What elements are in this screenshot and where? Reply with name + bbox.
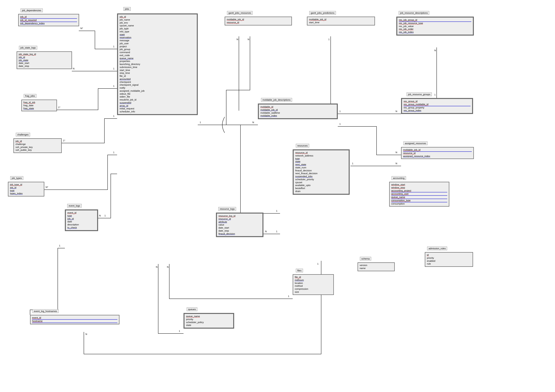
field: job_name	[120, 18, 195, 21]
field: job_dependency_index	[20, 22, 77, 25]
field: job_user	[120, 42, 195, 45]
field: network_address	[295, 154, 347, 157]
field: state	[186, 324, 232, 327]
cardinality: 1	[113, 67, 114, 70]
field: type	[10, 189, 42, 192]
field: job_id	[10, 186, 42, 189]
field: besteffort	[295, 187, 347, 190]
entity-schema: version name	[358, 262, 395, 271]
field: consumption_type	[391, 199, 447, 202]
field: reservation	[120, 36, 195, 39]
entity-job_dependencies: job_id job_id_required job_dependency_in…	[18, 14, 79, 26]
field: date_start	[219, 226, 261, 229]
entity-job_types: job_type_id job_id type types_index	[8, 182, 44, 196]
field: info_type	[120, 30, 195, 33]
field: moldable_job_id	[227, 18, 290, 21]
entity-assigned_resources: moldable_job_id resource_id assigned_res…	[401, 147, 474, 159]
field: event_id	[32, 316, 117, 320]
field: job_id	[67, 217, 95, 220]
field: resource_id	[295, 151, 347, 154]
entity-title-admission_rules: admission_rules	[427, 247, 447, 250]
field: priority	[186, 318, 232, 321]
field: date_stop	[219, 229, 261, 232]
field: queue_name	[186, 315, 232, 318]
field: compression	[295, 287, 332, 291]
cardinality: 1	[434, 93, 436, 96]
field: type	[67, 214, 95, 217]
field: res_group_id	[404, 100, 470, 103]
field: moldable_walltime	[260, 111, 335, 114]
field: job_group	[120, 48, 195, 51]
field: message	[120, 39, 195, 42]
field: resource_log_id	[219, 214, 261, 218]
cardinality: N	[434, 49, 436, 52]
field: frag_id_job	[23, 101, 55, 104]
entity-title-job_types: job_types	[10, 176, 23, 180]
entity-title-schema: schema	[360, 257, 371, 261]
field: suspended	[120, 101, 195, 104]
entity-title-frag_jobs: frag_jobs	[24, 94, 37, 98]
field: window_start	[391, 183, 447, 186]
field: job_type_id	[10, 183, 42, 186]
field: types_index	[10, 192, 42, 195]
field: to_check	[67, 226, 95, 229]
entity-job_resource_groups: res_group_id res_group_moldable_id res_g…	[401, 98, 473, 114]
field: submission_time	[120, 66, 195, 69]
entity-title-event_log_hostnames: event_log_hostnames	[32, 309, 58, 313]
entity-event_logs: event_id type job_id date description to…	[65, 209, 98, 231]
entity-admission_rules: id priority enabled rule	[425, 252, 473, 267]
field: job_id	[20, 15, 77, 19]
field: drain	[295, 190, 347, 193]
cardinality: 1	[276, 209, 277, 212]
field: name	[360, 267, 393, 270]
cardinality: 1*	[58, 106, 60, 109]
cardinality: 1	[328, 38, 329, 41]
field: attribute	[219, 221, 261, 223]
field: accounting_project	[391, 189, 447, 192]
entity-title-resources: resources	[296, 144, 309, 148]
field: date_stop	[19, 65, 70, 68]
field: job_env	[120, 21, 195, 24]
field: moldable_job_id	[260, 108, 335, 111]
entity-title-job_resource_descriptions: job_resource_descriptions	[399, 11, 429, 15]
field: res_job_resource_type	[399, 22, 471, 25]
field: version	[360, 264, 393, 267]
field: job_state_log_id	[19, 53, 70, 56]
field: queue_name	[391, 196, 447, 199]
field: job_state	[19, 59, 70, 62]
field: initial_request	[120, 107, 195, 110]
cardinality: 1	[113, 151, 114, 154]
field: accounted	[120, 78, 195, 81]
cardinality: 1	[339, 122, 341, 125]
cardinality: 1	[104, 214, 106, 217]
field: res_group_index	[404, 109, 470, 112]
field: state	[295, 160, 347, 163]
entity-gantt_jobs_resources: moldable_job_id resource_id	[225, 17, 292, 25]
field: size	[295, 291, 332, 293]
field: file_id	[120, 75, 195, 78]
field: consumption	[391, 202, 447, 205]
cardinality: 1	[113, 114, 114, 117]
entity-title-assigned_resources: assigned_resources	[403, 142, 427, 145]
field: frag_state	[23, 107, 55, 110]
field: res_job_group_id	[399, 19, 471, 22]
field: date_start	[19, 62, 70, 65]
cardinality: N	[99, 214, 101, 217]
field: next_state	[295, 163, 347, 166]
field: resource_id	[227, 21, 290, 24]
cardinality: N	[265, 230, 267, 233]
field: scheduler_priority	[295, 178, 347, 181]
entity-title-moldable_job_descriptions: moldable_job_descriptions	[261, 98, 292, 102]
cardinality: N	[85, 333, 87, 335]
cardinality: N	[236, 38, 238, 41]
cardinality: 1	[113, 85, 114, 87]
field: suspended_jobs	[295, 175, 347, 178]
field: id	[427, 254, 471, 257]
field: moldable_job_id	[309, 18, 373, 21]
entity-title-event_logs: event_logs	[67, 204, 82, 207]
field: array_id	[120, 104, 195, 107]
field: priority	[427, 257, 471, 260]
field: resource_id	[219, 218, 261, 221]
field: moldable_index	[260, 114, 335, 117]
field: command	[120, 51, 195, 54]
